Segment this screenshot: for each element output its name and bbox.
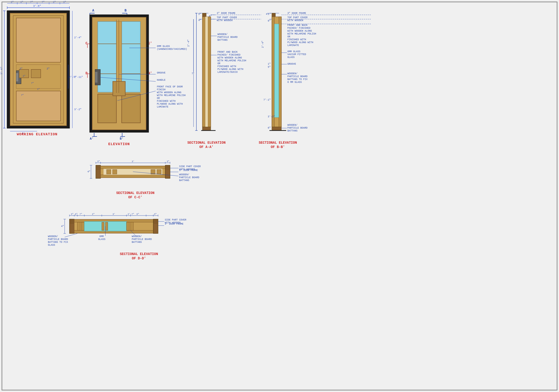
svg-text:PLYWOOD ALONG WITH: PLYWOOD ALONG WITH (217, 68, 243, 71)
svg-text:PARTICLE BOARD: PARTICLE BOARD (179, 176, 199, 179)
svg-text:3": 3" (154, 213, 157, 215)
svg-rect-10 (31, 69, 41, 78)
svg-text:6": 6" (268, 20, 271, 22)
svg-text:OF C-C': OF C-C' (128, 196, 142, 199)
svg-rect-84 (122, 94, 140, 123)
svg-rect-180 (272, 17, 274, 127)
svg-rect-241 (157, 169, 161, 174)
svg-rect-182 (274, 24, 279, 117)
svg-rect-296 (81, 222, 84, 230)
svg-text:A': A' (90, 137, 94, 140)
svg-text:WITH MELAMINE POLISH: WITH MELAMINE POLISH (287, 33, 316, 35)
svg-text:PLYWOOD ALONG WITH: PLYWOOD ALONG WITH (157, 103, 183, 105)
svg-text:BATTANS: BATTANS (132, 241, 142, 243)
svg-text:PARTICLE BOARD: PARTICLE BOARD (217, 36, 238, 38)
svg-text:WITH WOODEN: WITH WOODEN (217, 19, 233, 22)
svg-text:TOP PART COVER: TOP PART COVER (217, 16, 237, 19)
svg-text:GLASS: GLASS (48, 244, 55, 246)
svg-text:GLASS: GLASS (98, 238, 105, 241)
svg-rect-301 (105, 222, 108, 230)
svg-text:6 MM GLASS: 6 MM GLASS (287, 81, 302, 84)
svg-text:WITH WOODEN: WITH WOODEN (287, 19, 303, 22)
svg-text:4": 4" (61, 225, 64, 228)
svg-text:1": 1" (37, 88, 40, 91)
svg-text:BATTANS: BATTANS (287, 130, 298, 132)
svg-text:SIDE PART COVER: SIDE PART COVER (165, 219, 186, 221)
svg-text:WOODEN/: WOODEN/ (217, 33, 228, 36)
svg-text:SECTIONAL ELEVATION: SECTIONAL ELEVATION (116, 191, 154, 195)
svg-text:7': 7' (192, 72, 195, 75)
svg-text:2'-4": 2'-4" (187, 39, 190, 47)
svg-text:6": 6" (137, 213, 139, 215)
svg-text:SIDE PART COVER: SIDE PART COVER (179, 165, 201, 168)
svg-text:WITH MELAMINE POLISH: WITH MELAMINE POLISH (157, 94, 186, 97)
svg-text:3" DOOR FRAME: 3" DOOR FRAME (217, 12, 235, 15)
svg-text:WITH WOODEN ALONG: WITH WOODEN ALONG (217, 56, 242, 59)
svg-text:WORKING ELEVATION: WORKING ELEVATION (17, 132, 57, 137)
svg-text:PARTICLE BOARD: PARTICLE BOARD (287, 127, 307, 129)
svg-rect-87 (95, 72, 97, 83)
svg-text:1": 1" (23, 75, 25, 77)
svg-text:2'-7": 2'-7" (128, 213, 134, 215)
svg-text:FRONT AND BACK: FRONT AND BACK (287, 24, 307, 27)
svg-text:6MM: 6MM (99, 235, 104, 238)
svg-text:B': B' (120, 137, 124, 140)
svg-text:WOODEN/: WOODEN/ (179, 173, 189, 176)
svg-text:LAMINATE: LAMINATE (287, 44, 299, 47)
svg-text:WOODEN/: WOODEN/ (287, 72, 298, 75)
svg-text:HANDLE: HANDLE (157, 79, 166, 81)
svg-text:2'-7": 2'-7" (69, 76, 76, 79)
svg-rect-132 (202, 17, 205, 127)
svg-text:SECTIONAL ELEVATION: SECTIONAL ELEVATION (259, 141, 297, 145)
svg-rect-133 (208, 17, 211, 127)
svg-text:PARTICLE BOARD: PARTICLE BOARD (287, 75, 307, 78)
svg-text:6": 6" (75, 213, 78, 215)
svg-text:WOODEN/: WOODEN/ (287, 124, 298, 126)
svg-text:7'-1": 7'-1" (263, 99, 271, 101)
svg-text:TOP PART COVER: TOP PART COVER (287, 16, 307, 19)
svg-text:2": 2" (47, 67, 50, 70)
svg-text:WOODEN/: WOODEN/ (48, 235, 58, 238)
svg-rect-236 (101, 175, 165, 178)
svg-text:FRONT FACE OF DOOR: FRONT FACE OF DOOR (157, 85, 183, 88)
svg-text:OF A-A': OF A-A' (199, 145, 214, 149)
svg-text:SECTIONAL ELEVATION: SECTIONAL ELEVATION (120, 252, 158, 256)
svg-text:WITH MELAMINE POLISH: WITH MELAMINE POLISH (217, 59, 246, 62)
svg-text:3': 3' (112, 213, 115, 215)
svg-text:FINISHED WITH: FINISHED WITH (287, 38, 306, 41)
svg-text:2": 2" (20, 67, 22, 70)
svg-text:OR: OR (287, 36, 290, 38)
svg-text:(SANDWICHED/VACCUMED): (SANDWICHED/VACCUMED) (157, 48, 187, 51)
svg-text:3'-2": 3'-2" (268, 115, 275, 118)
svg-text:2'-4": 2'-4" (261, 41, 264, 48)
svg-text:OF D-D': OF D-D' (132, 256, 146, 260)
svg-text:6MM GLASS: 6MM GLASS (287, 50, 300, 53)
svg-text:FINISHED WITH: FINISHED WITH (157, 100, 176, 103)
svg-text:GROOVE: GROOVE (287, 63, 296, 65)
svg-rect-238 (107, 169, 111, 174)
svg-text:3" DOOR FRAME: 3" DOOR FRAME (179, 169, 198, 172)
svg-text:LAMINATE: LAMINATE (157, 106, 168, 108)
svg-rect-235 (101, 166, 165, 169)
svg-text:OR: OR (217, 62, 220, 65)
svg-text:B: B (125, 9, 127, 12)
svg-text:7": 7" (21, 94, 24, 96)
svg-text:BATTANS TO FIX: BATTANS TO FIX (48, 241, 68, 243)
svg-text:ELEVATION: ELEVATION (108, 142, 130, 146)
svg-rect-8 (16, 73, 18, 81)
svg-text:SECTIONAL ELEVATION: SECTIONAL ELEVATION (187, 141, 226, 145)
svg-text:GROOVE: GROOVE (157, 72, 166, 74)
svg-text:OR: OR (157, 97, 160, 100)
svg-rect-295 (77, 222, 80, 230)
drawing-svg: 3'-6" 3" 6" 7" 7" 6" 3" 3'-6" 2'-4" 2'-1… (0, 0, 559, 392)
svg-rect-239 (112, 169, 117, 174)
svg-text:PACKED/ FINISHED: PACKED/ FINISHED (287, 27, 310, 29)
svg-text:A: A (92, 9, 94, 12)
svg-text:BATTANS: BATTANS (179, 179, 189, 182)
svg-text:GLASS: GLASS (287, 56, 295, 59)
svg-text:3": 3" (97, 160, 100, 163)
svg-text:5": 5" (268, 13, 271, 16)
svg-rect-135 (202, 127, 211, 131)
svg-text:3": 3" (167, 160, 169, 163)
svg-text:PARTICLE BOARD: PARTICLE BOARD (48, 238, 68, 241)
